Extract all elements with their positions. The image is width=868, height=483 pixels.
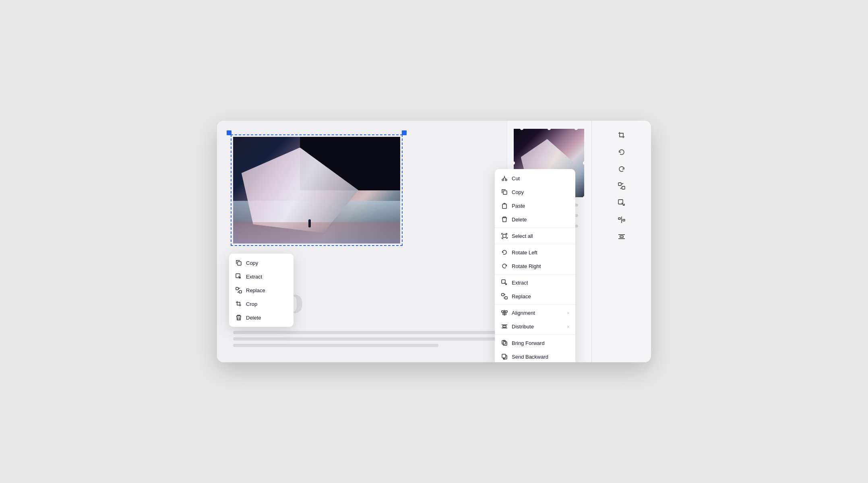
second-handle-tm[interactable] bbox=[548, 129, 551, 130]
left-menu-copy[interactable]: Copy bbox=[229, 256, 293, 270]
main-menu-distribute[interactable]: Distribute › bbox=[495, 320, 575, 333]
panel-distribute-tool[interactable] bbox=[614, 229, 630, 245]
main-menu-send-backward[interactable]: Send Backward bbox=[495, 350, 575, 362]
svg-rect-11 bbox=[505, 297, 507, 299]
replace-icon-main bbox=[501, 293, 508, 299]
alignment-icon bbox=[501, 310, 508, 316]
svg-rect-13 bbox=[505, 311, 507, 312]
panel-replace-tool[interactable] bbox=[614, 178, 630, 194]
panel-rotate-right-tool[interactable] bbox=[614, 161, 630, 177]
paste-icon bbox=[501, 202, 508, 209]
main-menu-rotate-right[interactable]: Rotate Right bbox=[495, 259, 575, 273]
main-menu-bring-forward[interactable]: Bring Forward bbox=[495, 336, 575, 350]
svg-rect-23 bbox=[618, 218, 620, 219]
copy-icon bbox=[236, 260, 242, 266]
crop-icon bbox=[236, 301, 242, 307]
cut-icon bbox=[501, 175, 508, 182]
panel-extract-tool[interactable] bbox=[614, 195, 630, 211]
bring-forward-icon bbox=[501, 340, 508, 346]
main-menu-alignment[interactable]: Alignment › bbox=[495, 306, 575, 320]
delete-icon-main bbox=[501, 216, 508, 223]
extract-icon bbox=[236, 273, 242, 280]
menu-divider-2 bbox=[495, 244, 575, 244]
svg-rect-24 bbox=[623, 219, 625, 221]
svg-point-5 bbox=[505, 179, 507, 181]
svg-rect-3 bbox=[239, 291, 242, 293]
left-menu-replace[interactable]: Replace bbox=[229, 283, 293, 297]
extract-icon-main bbox=[501, 279, 508, 286]
main-menu-cut[interactable]: Cut bbox=[495, 171, 575, 185]
menu-divider-4 bbox=[495, 304, 575, 305]
second-handle-mr[interactable] bbox=[583, 161, 584, 165]
menu-divider-1 bbox=[495, 227, 575, 228]
context-menu-main: Cut Copy P bbox=[495, 169, 575, 362]
main-menu-select-all[interactable]: Select all bbox=[495, 229, 575, 243]
main-menu-copy[interactable]: Copy bbox=[495, 185, 575, 199]
distribute-icon bbox=[501, 323, 508, 330]
copy-icon-main bbox=[501, 189, 508, 195]
svg-rect-16 bbox=[503, 342, 507, 345]
main-menu-replace[interactable]: Replace bbox=[495, 289, 575, 303]
main-menu-extract[interactable]: Extract bbox=[495, 276, 575, 289]
menu-divider-3 bbox=[495, 274, 575, 275]
panel-align-tool[interactable] bbox=[614, 212, 630, 228]
svg-rect-12 bbox=[502, 311, 504, 312]
left-menu-extract[interactable]: Extract bbox=[229, 270, 293, 283]
selected-image-container[interactable] bbox=[233, 137, 400, 244]
right-panel bbox=[591, 121, 651, 362]
content-line-3 bbox=[233, 344, 438, 347]
handle-top-left[interactable] bbox=[227, 130, 231, 135]
panel-rotate-left-tool[interactable] bbox=[614, 144, 630, 160]
left-menu-crop[interactable]: Crop bbox=[229, 297, 293, 311]
svg-rect-20 bbox=[618, 183, 621, 186]
distribute-arrow: › bbox=[567, 324, 569, 329]
select-all-icon bbox=[501, 233, 508, 239]
app-window: hoto Copy bbox=[217, 121, 651, 362]
second-handle-tl[interactable] bbox=[520, 129, 523, 130]
replace-icon bbox=[236, 287, 242, 293]
content-line-2 bbox=[233, 337, 507, 341]
second-handle-ml[interactable] bbox=[514, 161, 515, 165]
svg-rect-21 bbox=[622, 186, 625, 189]
context-menu-left: Copy Extract bbox=[229, 254, 293, 327]
svg-rect-25 bbox=[620, 236, 623, 237]
svg-rect-15 bbox=[503, 326, 506, 327]
left-menu-delete[interactable]: Delete bbox=[229, 311, 293, 324]
svg-rect-8 bbox=[503, 234, 506, 237]
svg-rect-7 bbox=[502, 204, 506, 208]
main-menu-paste[interactable]: Paste bbox=[495, 199, 575, 213]
rotate-left-icon bbox=[501, 249, 508, 256]
svg-rect-0 bbox=[238, 262, 241, 265]
second-handle-tr[interactable] bbox=[575, 129, 578, 130]
svg-point-4 bbox=[502, 179, 504, 181]
second-handle-brr[interactable] bbox=[583, 196, 584, 197]
main-image bbox=[233, 137, 400, 244]
main-menu-delete[interactable]: Delete bbox=[495, 213, 575, 226]
menu-divider-5 bbox=[495, 334, 575, 335]
delete-icon bbox=[236, 314, 242, 321]
handle-top-right[interactable] bbox=[402, 130, 407, 135]
send-backward-icon bbox=[501, 353, 508, 360]
alignment-arrow: › bbox=[567, 310, 569, 315]
svg-rect-19 bbox=[502, 354, 506, 358]
svg-rect-10 bbox=[502, 293, 504, 296]
panel-crop-tool[interactable] bbox=[614, 127, 630, 143]
main-menu-rotate-left[interactable]: Rotate Left bbox=[495, 246, 575, 259]
svg-rect-2 bbox=[236, 287, 238, 290]
svg-rect-6 bbox=[503, 191, 507, 194]
rotate-right-icon bbox=[501, 263, 508, 269]
